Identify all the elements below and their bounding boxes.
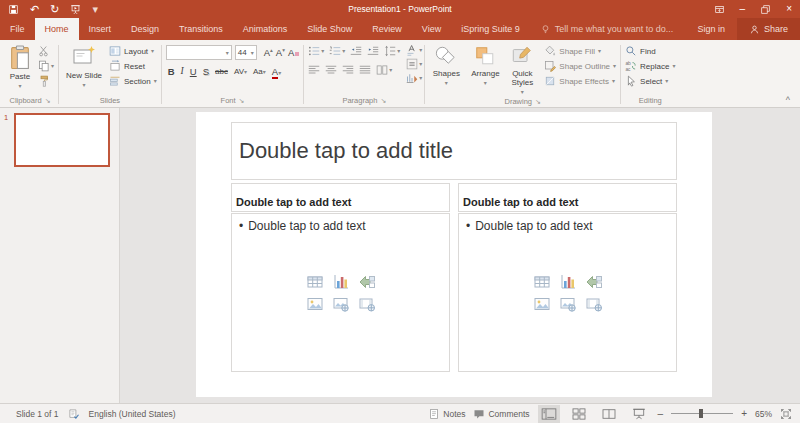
comments-button[interactable]: Comments — [473, 408, 529, 420]
zoom-level[interactable]: 65% — [755, 409, 772, 419]
close-button[interactable]: × — [786, 4, 792, 14]
quick-styles-button[interactable]: Quick Styles ▾ — [505, 42, 539, 96]
start-slideshow-icon[interactable] — [70, 4, 81, 15]
paragraph-dialog-launcher-icon[interactable]: ↘ — [380, 97, 386, 105]
columns-button[interactable]: ▾ — [376, 64, 392, 76]
convert-to-smartart-button[interactable]: ▾ — [406, 72, 422, 84]
tab-file[interactable]: File — [0, 18, 35, 40]
font-color-button[interactable]: A▾ — [272, 67, 281, 77]
bold-button[interactable]: B — [168, 67, 175, 77]
tab-slide-show[interactable]: Slide Show — [297, 18, 362, 40]
line-spacing-button[interactable]: ▾ — [384, 45, 400, 57]
drawing-dialog-launcher-icon[interactable]: ↘ — [535, 98, 541, 106]
online-pictures-icon[interactable] — [333, 296, 349, 312]
zoom-out-button[interactable]: – — [658, 409, 664, 419]
change-case-button[interactable]: Aa▾ — [253, 68, 266, 76]
title-placeholder[interactable]: Double tap to add title — [231, 122, 677, 180]
increase-indent-button[interactable] — [367, 45, 379, 57]
decrease-font-size-button[interactable]: A▾ — [276, 48, 285, 58]
slide-show-view-button[interactable] — [628, 405, 650, 423]
sign-in-button[interactable]: Sign in — [685, 18, 737, 40]
strikethrough-button[interactable]: abc — [215, 68, 228, 76]
slide-sorter-view-button[interactable] — [568, 405, 590, 423]
character-spacing-button[interactable]: AV▾ — [234, 68, 247, 76]
section-button[interactable]: Section▾ — [109, 75, 157, 87]
tab-view[interactable]: View — [412, 18, 451, 40]
text-direction-button[interactable]: ▾ — [406, 44, 422, 56]
align-right-button[interactable] — [342, 64, 354, 76]
customize-qat-icon[interactable]: ▾ — [92, 4, 98, 15]
zoom-slider-thumb[interactable] — [699, 409, 703, 418]
tab-transitions[interactable]: Transitions — [169, 18, 233, 40]
cut-button[interactable] — [38, 45, 54, 57]
spellcheck-icon[interactable] — [68, 408, 80, 420]
increase-font-size-button[interactable]: A▴ — [264, 48, 273, 58]
collapse-ribbon-icon[interactable]: ^ — [786, 95, 790, 105]
layout-button[interactable]: Layout▾ — [109, 45, 157, 57]
new-slide-button[interactable]: New Slide ▾ — [61, 42, 107, 89]
insert-table-icon[interactable] — [534, 274, 550, 290]
font-dialog-launcher-icon[interactable]: ↘ — [239, 97, 245, 105]
replace-button[interactable]: abacReplace▾ — [625, 60, 675, 72]
clear-formatting-button[interactable]: A — [288, 48, 299, 58]
shapes-button[interactable]: Shapes ▾ — [427, 42, 465, 87]
restore-button[interactable] — [760, 4, 771, 15]
fit-slide-to-window-button[interactable] — [780, 408, 792, 420]
paste-button[interactable]: Paste ▾ — [4, 42, 36, 90]
left-header-placeholder[interactable]: Double tap to add text — [231, 183, 450, 212]
shape-outline-button[interactable]: Shape Outline▾ — [544, 60, 616, 72]
underline-button[interactable]: U — [190, 67, 197, 77]
online-pictures-icon[interactable] — [560, 296, 576, 312]
reading-view-button[interactable] — [598, 405, 620, 423]
find-button[interactable]: Find — [625, 45, 675, 57]
justify-button[interactable] — [359, 64, 371, 76]
insert-smartart-icon[interactable] — [586, 274, 602, 290]
right-content-placeholder[interactable]: •Double tap to add text — [458, 213, 677, 372]
tab-review[interactable]: Review — [362, 18, 412, 40]
reset-button[interactable]: Reset — [109, 60, 157, 72]
numbering-button[interactable]: ▾ — [329, 45, 345, 57]
slide-canvas[interactable]: Double tap to add title Double tap to ad… — [196, 112, 712, 397]
tell-me-box[interactable]: Tell me what you want to do... — [530, 18, 684, 40]
bullets-button[interactable]: ▾ — [308, 45, 324, 57]
pictures-icon[interactable] — [307, 296, 323, 312]
insert-chart-icon[interactable] — [333, 274, 349, 290]
pictures-icon[interactable] — [534, 296, 550, 312]
zoom-in-button[interactable]: + — [741, 409, 747, 419]
ribbon-display-options-icon[interactable] — [714, 4, 725, 15]
redo-icon[interactable]: ↻ — [50, 4, 59, 15]
insert-video-icon[interactable] — [359, 296, 375, 312]
left-content-placeholder[interactable]: •Double tap to add text — [231, 213, 450, 372]
zoom-slider[interactable] — [671, 408, 733, 420]
insert-video-icon[interactable] — [586, 296, 602, 312]
arrange-button[interactable]: Arrange ▾ — [465, 42, 505, 87]
insert-chart-icon[interactable] — [560, 274, 576, 290]
notes-button[interactable]: Notes — [428, 408, 465, 420]
normal-view-button[interactable] — [538, 405, 560, 423]
decrease-indent-button[interactable] — [350, 45, 362, 57]
save-icon[interactable] — [8, 4, 19, 15]
slide-thumbnail[interactable] — [14, 113, 110, 167]
shape-fill-button[interactable]: Shape Fill▾ — [544, 45, 616, 57]
italic-button[interactable]: I — [181, 67, 184, 77]
tab-insert[interactable]: Insert — [79, 18, 122, 40]
tab-design[interactable]: Design — [121, 18, 169, 40]
clipboard-dialog-launcher-icon[interactable]: ↘ — [45, 97, 51, 105]
font-name-input[interactable]: ▾ — [166, 45, 232, 60]
font-size-input[interactable]: 44▾ — [235, 45, 257, 60]
copy-button[interactable]: ▾ — [38, 60, 54, 72]
format-painter-button[interactable] — [38, 75, 54, 87]
shape-effects-button[interactable]: Shape Effects▾ — [544, 75, 616, 87]
insert-table-icon[interactable] — [307, 274, 323, 290]
language-indicator[interactable]: English (United States) — [89, 409, 176, 419]
select-button[interactable]: Select▾ — [625, 75, 675, 87]
align-left-button[interactable] — [308, 64, 320, 76]
right-header-placeholder[interactable]: Double tap to add text — [458, 183, 677, 212]
align-center-button[interactable] — [325, 64, 337, 76]
share-button[interactable]: Share — [737, 18, 800, 40]
insert-smartart-icon[interactable] — [359, 274, 375, 290]
text-shadow-button[interactable]: S — [203, 67, 209, 77]
align-text-button[interactable]: ▾ — [406, 58, 422, 70]
undo-icon[interactable]: ↶ — [30, 4, 39, 15]
minimize-button[interactable]: – — [740, 4, 746, 14]
